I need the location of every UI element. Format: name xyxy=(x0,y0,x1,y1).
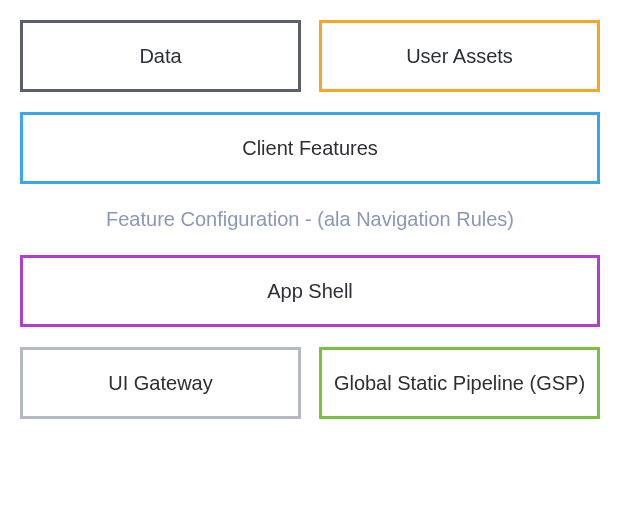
top-row: Data User Assets xyxy=(20,20,600,92)
bottom-row: UI Gateway Global Static Pipeline (GSP) xyxy=(20,347,600,419)
box-data: Data xyxy=(20,20,301,92)
box-user-assets: User Assets xyxy=(319,20,600,92)
annotation-feature-config: Feature Configuration - (ala Navigation … xyxy=(20,204,600,235)
box-client-features: Client Features xyxy=(20,112,600,184)
box-app-shell: App Shell xyxy=(20,255,600,327)
box-gsp: Global Static Pipeline (GSP) xyxy=(319,347,600,419)
architecture-diagram: Data User Assets Client Features Feature… xyxy=(20,20,600,419)
box-ui-gateway: UI Gateway xyxy=(20,347,301,419)
